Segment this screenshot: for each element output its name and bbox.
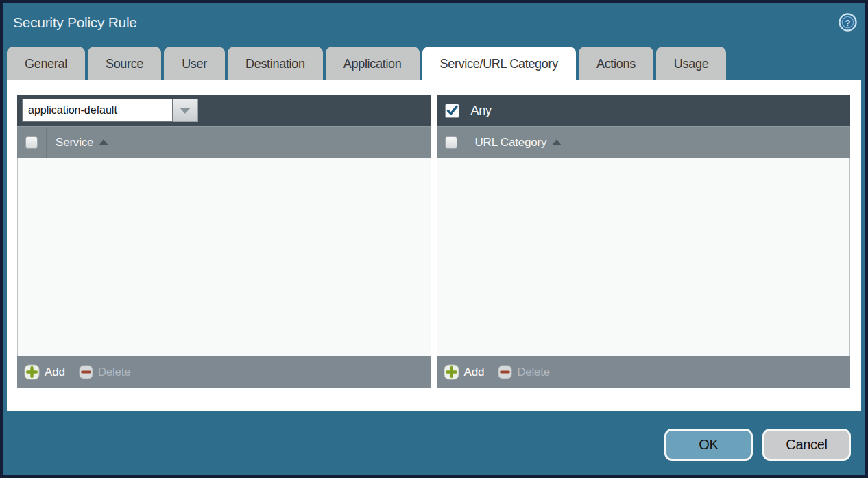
url-category-add-button[interactable]: Add [444,364,485,380]
security-policy-rule-dialog: Security Policy Rule ? General Source Us… [0,0,868,478]
svg-text:?: ? [845,18,851,28]
plus-icon [444,364,459,380]
service-panel-toolbar: application-default [17,95,431,126]
url-category-select-all-cell [437,127,466,158]
title-bar: Security Policy Rule ? [3,3,865,45]
service-panel-footer: Add Delete [17,356,431,388]
sort-ascending-icon [99,139,108,145]
dialog-title: Security Policy Rule [13,12,137,31]
service-type-dropdown-value[interactable]: application-default [22,99,173,122]
ok-button[interactable]: OK [664,429,753,461]
url-category-delete-button[interactable]: Delete [498,365,550,379]
minus-icon [79,365,93,379]
url-category-panel: Any URL Category [437,95,851,388]
service-delete-button[interactable]: Delete [79,365,131,379]
tab-service-url-category[interactable]: Service/URL Category [422,47,576,80]
url-category-column-header[interactable]: URL Category [437,126,851,158]
checkmark-icon [446,103,459,118]
any-checkbox[interactable] [445,104,459,118]
tab-usage[interactable]: Usage [656,47,727,80]
tab-general[interactable]: General [7,47,85,80]
tab-application[interactable]: Application [326,47,420,80]
url-category-list [437,158,851,356]
tab-destination[interactable]: Destination [228,47,323,80]
minus-icon [498,365,512,379]
any-label: Any [463,104,492,118]
dialog-action-buttons: OK Cancel [664,429,851,461]
tab-content-area: application-default Service [7,80,861,411]
tab-strip: General Source User Destination Applicat… [3,45,865,80]
help-icon[interactable]: ? [839,13,857,34]
sort-ascending-icon [552,139,562,145]
cancel-button[interactable]: Cancel [762,429,851,461]
service-panel: application-default Service [17,95,431,388]
service-select-all-checkbox[interactable] [25,136,38,149]
service-type-dropdown-button[interactable] [173,99,198,122]
service-add-button[interactable]: Add [24,364,65,380]
tab-user[interactable]: User [164,47,225,80]
service-select-all-cell [17,127,47,158]
tab-source[interactable]: Source [88,47,161,80]
tab-actions[interactable]: Actions [579,47,653,80]
service-list [17,158,431,356]
url-category-select-all-checkbox[interactable] [445,136,457,149]
plus-icon [24,364,40,380]
url-category-column-label: URL Category [475,136,547,150]
url-category-panel-toolbar: Any [437,95,851,126]
service-column-label: Service [56,136,93,150]
service-column-header[interactable]: Service [17,126,431,158]
url-category-panel-footer: Add Delete [437,356,851,388]
service-type-dropdown[interactable]: application-default [22,99,198,122]
chevron-down-icon [180,108,191,114]
